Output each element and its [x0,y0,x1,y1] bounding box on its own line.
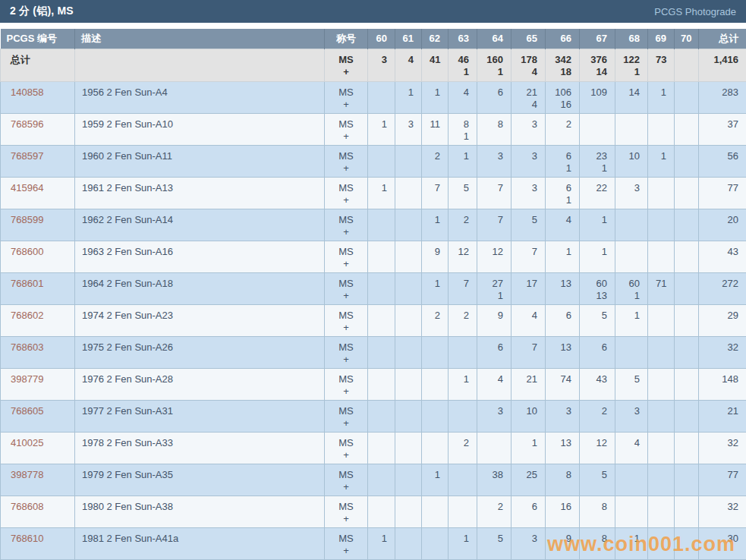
grade-cell-65: 3 [511,113,546,145]
grade-cell-60: 3 [368,49,395,81]
grade-cell-69 [648,527,675,559]
grade-cell-66: 34218 [546,49,580,81]
table-row: 7685991962 2 Fen Sun-A14MS+12754120 [1,209,746,241]
title-bar: 2 分 (铝), MS PCGS Photograde [0,0,746,23]
grade-cell-61 [395,209,422,241]
pcgs-number-cell: 768599 [1,209,75,241]
coin-description: 1976 2 Fen Sun-A28 [75,368,325,400]
grade-cell-69 [648,209,675,241]
grade-cell-64: 6 [477,336,511,368]
designation-cell: MS+ [325,304,368,336]
grade-cell-61 [395,272,422,304]
row-total-cell: 29 [699,304,746,336]
grade-cell-68 [615,241,648,272]
table-row: 7686021974 2 Fen Sun-A23MS+229465129 [1,304,746,336]
grade-cell-64 [477,432,511,464]
pcgs-number-link[interactable]: 140858 [11,87,43,98]
grade-cell-62 [422,527,449,559]
grade-cell-67: 231 [580,145,615,177]
grade-cell-65: 17 [511,272,546,304]
grade-cell-67: 22 [580,177,615,209]
grade-cell-70 [675,496,699,527]
pcgs-number-link[interactable]: 768610 [11,533,43,544]
designation-cell: MS+ [325,400,368,432]
grade-cell-70 [675,527,699,559]
grade-cell-67: 6013 [580,272,615,304]
grade-cell-66: 4 [546,209,580,241]
grade-cell-65: 6 [511,496,546,527]
coin-description: 1963 2 Fen Sun-A16 [75,241,325,272]
grade-cell-66: 13 [546,272,580,304]
grade-cell-69: 71 [648,272,675,304]
grade-cell-66: 9 [546,527,580,559]
pcgs-number-link[interactable]: 768597 [11,150,43,162]
grade-cell-60: 1 [368,527,395,559]
pcgs-number-link[interactable]: 398779 [11,373,43,385]
grade-cell-64: 9 [477,304,511,336]
grade-cell-70 [675,304,699,336]
coin-description: 1978 2 Fen Sun-A33 [75,432,325,464]
grade-cell-63: 5 [449,177,477,209]
column-header-70: 70 [675,29,699,49]
grade-cell-70 [675,400,699,432]
grade-cell-64: 1601 [477,49,511,81]
grade-cell-60 [368,272,395,304]
pcgs-number-link[interactable]: 768599 [11,214,43,225]
grade-cell-67: 43 [580,368,615,400]
grade-cell-64: 3 [477,145,511,177]
grade-cell-68: 1 [615,527,648,559]
grade-cell-65: 3 [511,177,546,209]
grade-cell-68: 5 [615,368,648,400]
row-total-cell: 77 [699,464,746,496]
coin-description: 1981 2 Fen Sun-A41a [75,527,325,559]
pcgs-number-link[interactable]: 768601 [11,278,43,289]
grade-cell-60 [368,336,395,368]
pcgs-number-link[interactable]: 768603 [11,341,43,353]
designation-cell: MS+ [325,368,368,400]
column-header-66: 66 [546,29,580,49]
pcgs-number-link[interactable]: 398778 [11,469,43,480]
grade-cell-62: 1 [422,81,449,113]
grade-cell-70 [675,368,699,400]
pcgs-number-link[interactable]: 768596 [11,118,43,130]
grade-cell-62: 1 [422,209,449,241]
column-header-63: 63 [449,29,477,49]
grade-cell-69 [648,496,675,527]
grade-cell-60 [368,241,395,272]
grade-cell-62 [422,432,449,464]
row-total-cell: 283 [699,81,746,113]
grade-cell-66: 13 [546,336,580,368]
pcgs-number-link[interactable]: 768602 [11,310,43,321]
grade-cell-68 [615,209,648,241]
coin-description: 1974 2 Fen Sun-A23 [75,304,325,336]
pcgs-number-link[interactable]: 768608 [11,501,43,512]
pcgs-number-link[interactable]: 415964 [11,182,43,193]
grade-cell-67: 109 [580,81,615,113]
grade-cell-60 [368,496,395,527]
pcgs-number-link[interactable]: 768605 [11,405,43,417]
pcgs-number-cell: 768596 [1,113,75,145]
grade-cell-63: 461 [449,49,477,81]
grade-cell-68: 601 [615,272,648,304]
column-header-65: 65 [511,29,546,49]
grade-cell-67: 1 [580,241,615,272]
designation-cell: MS+ [325,177,368,209]
row-total-cell: 21 [699,400,746,432]
grade-cell-66: 61 [546,145,580,177]
grade-cell-60 [368,145,395,177]
grade-cell-67: 8 [580,496,615,527]
grade-cell-69 [648,113,675,145]
row-total-cell: 32 [699,496,746,527]
grade-cell-62: 7 [422,177,449,209]
pcgs-number-cell: 140858 [1,81,75,113]
grade-cell-69 [648,304,675,336]
pcgs-number-link[interactable]: 768600 [11,246,43,257]
designation-cell: MS+ [325,336,368,368]
grade-cell-68: 10 [615,145,648,177]
grade-cell-61 [395,145,422,177]
column-header-desc: 描述 [75,29,325,49]
grade-cell-70 [675,272,699,304]
pcgs-photograde-link[interactable]: PCGS Photograde [654,6,736,17]
grade-cell-62 [422,336,449,368]
pcgs-number-link[interactable]: 410025 [11,437,43,448]
